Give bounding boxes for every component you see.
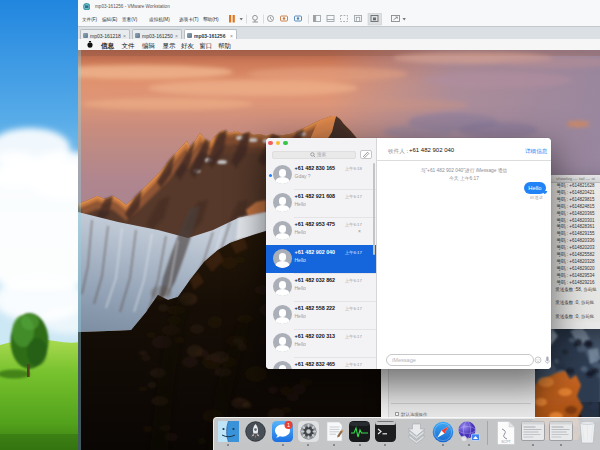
svg-text:1: 1 — [287, 421, 290, 427]
svg-text:SCPT: SCPT — [501, 440, 511, 444]
